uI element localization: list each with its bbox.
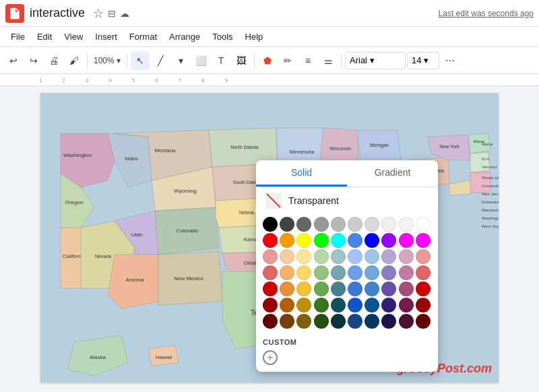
color-dot-4-7[interactable]: [381, 282, 396, 296]
color-dot-4-3[interactable]: [314, 282, 329, 296]
color-dot-3-7[interactable]: [381, 265, 396, 280]
color-dot-2-6[interactable]: [364, 249, 379, 264]
color-dot-5-1[interactable]: [280, 298, 294, 313]
color-dot-1-0[interactable]: [263, 233, 278, 248]
color-dot-4-4[interactable]: [331, 282, 346, 296]
color-dot-6-3[interactable]: [314, 314, 329, 329]
border-color-button[interactable]: ✏: [278, 51, 297, 70]
color-dot-2-1[interactable]: [280, 249, 294, 264]
border-weight-button[interactable]: ≡: [298, 51, 317, 70]
color-dot-2-8[interactable]: [399, 249, 414, 264]
color-dot-2-0[interactable]: [263, 249, 278, 264]
color-dot-0-4[interactable]: [331, 217, 346, 232]
border-dash-button[interactable]: ⚌: [319, 51, 338, 70]
color-dot-3-6[interactable]: [364, 265, 379, 280]
color-dot-2-2[interactable]: [296, 249, 311, 264]
color-dot-3-1[interactable]: [280, 265, 294, 280]
color-dot-4-2[interactable]: [296, 282, 311, 296]
color-dot-6-9[interactable]: [416, 314, 431, 329]
color-dot-4-9[interactable]: [416, 282, 431, 296]
color-dot-1-2[interactable]: [296, 233, 311, 248]
color-dot-3-0[interactable]: [263, 265, 278, 280]
color-dot-5-0[interactable]: [263, 298, 278, 313]
menu-help[interactable]: Help: [240, 30, 269, 43]
color-dot-5-8[interactable]: [399, 298, 414, 313]
color-dot-3-4[interactable]: [331, 265, 346, 280]
color-dot-4-5[interactable]: [348, 282, 362, 296]
color-dot-2-3[interactable]: [314, 249, 329, 264]
font-selector[interactable]: Arial ▾: [345, 52, 406, 69]
color-dot-1-5[interactable]: [348, 233, 362, 248]
color-dot-5-6[interactable]: [364, 298, 379, 313]
color-dot-6-1[interactable]: [280, 314, 294, 329]
doc-title[interactable]: interactive: [30, 6, 85, 20]
fill-color-button[interactable]: ⬟: [258, 51, 277, 70]
color-dot-1-4[interactable]: [331, 233, 346, 248]
color-dot-6-6[interactable]: [364, 314, 379, 329]
color-dot-0-0[interactable]: [263, 217, 278, 232]
color-dot-5-4[interactable]: [331, 298, 346, 313]
gradient-tab[interactable]: Gradient: [347, 160, 438, 187]
select-button[interactable]: ↖: [131, 51, 150, 70]
color-dot-6-0[interactable]: [263, 314, 278, 329]
print-button[interactable]: 🖨: [44, 51, 63, 70]
color-dot-2-7[interactable]: [381, 249, 396, 264]
transparent-option[interactable]: Transparent: [256, 187, 438, 214]
color-dot-4-1[interactable]: [280, 282, 294, 296]
color-dot-5-2[interactable]: [296, 298, 311, 313]
color-dot-2-5[interactable]: [348, 249, 362, 264]
add-custom-button[interactable]: +: [256, 348, 438, 372]
image-button[interactable]: 🖼: [232, 51, 251, 70]
paint-format-button[interactable]: 🖌: [65, 51, 84, 70]
text-button[interactable]: T: [212, 51, 230, 70]
color-dot-0-2[interactable]: [296, 217, 311, 232]
color-dot-0-9[interactable]: [416, 217, 431, 232]
color-dot-5-9[interactable]: [416, 298, 431, 313]
redo-button[interactable]: ↪: [24, 51, 43, 70]
color-dot-4-8[interactable]: [399, 282, 414, 296]
menu-format[interactable]: Format: [124, 30, 162, 43]
color-dot-3-9[interactable]: [416, 265, 431, 280]
menu-edit[interactable]: Edit: [32, 30, 57, 43]
color-dot-0-5[interactable]: [348, 217, 362, 232]
color-dot-1-1[interactable]: [280, 233, 294, 248]
solid-tab[interactable]: Solid: [256, 160, 347, 187]
color-dot-1-8[interactable]: [399, 233, 414, 248]
color-dot-3-8[interactable]: [399, 265, 414, 280]
cloud-icon[interactable]: ☁: [120, 8, 129, 19]
color-dot-2-9[interactable]: [416, 249, 431, 264]
color-dot-1-9[interactable]: [416, 233, 431, 248]
color-dot-4-6[interactable]: [364, 282, 379, 296]
color-dot-3-5[interactable]: [348, 265, 362, 280]
doc-area[interactable]: Washington Oregon California Idaho Monta…: [0, 86, 539, 392]
color-dot-0-3[interactable]: [314, 217, 329, 232]
line-tool[interactable]: ╱: [151, 51, 170, 70]
menu-tools[interactable]: Tools: [207, 30, 238, 43]
zoom-button[interactable]: 100% ▾: [91, 51, 123, 70]
color-dot-0-7[interactable]: [381, 217, 396, 232]
color-dot-6-4[interactable]: [331, 314, 346, 329]
color-dot-1-7[interactable]: [381, 233, 396, 248]
history-icon[interactable]: ⊟: [108, 8, 116, 19]
color-dot-6-2[interactable]: [296, 314, 311, 329]
color-dot-1-3[interactable]: [314, 233, 329, 248]
color-dot-4-0[interactable]: [263, 282, 278, 296]
color-dot-6-8[interactable]: [399, 314, 414, 329]
color-dot-5-7[interactable]: [381, 298, 396, 313]
more-options-button[interactable]: ⋯: [441, 51, 459, 70]
menu-file[interactable]: File: [5, 30, 30, 43]
line-dropdown[interactable]: ▾: [171, 51, 190, 70]
color-dot-0-8[interactable]: [399, 217, 414, 232]
color-dot-6-7[interactable]: [381, 314, 396, 329]
undo-button[interactable]: ↩: [4, 51, 23, 70]
color-dot-3-2[interactable]: [296, 265, 311, 280]
menu-insert[interactable]: Insert: [90, 30, 123, 43]
menu-arrange[interactable]: Arrange: [164, 30, 205, 43]
color-dot-5-5[interactable]: [348, 298, 362, 313]
color-dot-2-4[interactable]: [331, 249, 346, 264]
color-dot-0-1[interactable]: [280, 217, 294, 232]
menu-view[interactable]: View: [59, 30, 88, 43]
last-edit-label[interactable]: Last edit was seconds ago: [439, 9, 534, 18]
star-icon[interactable]: ☆: [93, 6, 104, 21]
color-dot-0-6[interactable]: [364, 217, 379, 232]
